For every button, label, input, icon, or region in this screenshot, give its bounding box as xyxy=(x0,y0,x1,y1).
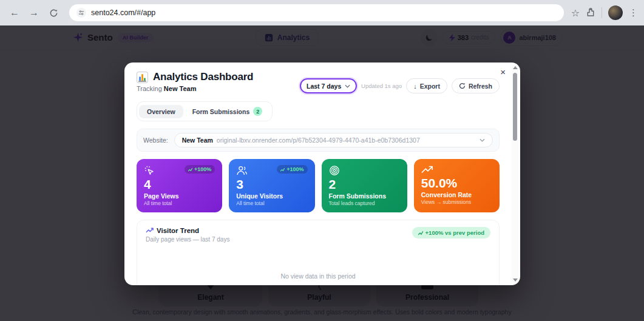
trend-line-icon xyxy=(146,228,154,234)
stat-value: 3 xyxy=(236,177,307,191)
scroll-up-arrow[interactable] xyxy=(512,64,518,71)
tab-form-submissions-label: Form Submissions xyxy=(192,108,250,115)
modal-title-block: Analytics Dashboard Tracking New Team xyxy=(137,71,253,92)
stat-card-unique-visitors: +100% 3 Unique Visitors All time total xyxy=(229,159,314,212)
refresh-button[interactable]: Refresh xyxy=(452,78,500,93)
target-icon xyxy=(329,165,340,176)
trend-up-icon xyxy=(418,231,423,235)
toolbar-right: ☆ ⋮ xyxy=(571,5,638,20)
tab-overview-label: Overview xyxy=(147,108,175,115)
trend-change-badge: +100% vs prev period xyxy=(412,227,490,238)
site-info-icon[interactable] xyxy=(76,8,86,18)
website-label: Website: xyxy=(143,137,168,144)
browser-toolbar: ← → sento24.com/#/app ☆ ⋮ xyxy=(0,0,644,25)
stat-value: 50.0% xyxy=(421,176,492,190)
cursor-click-icon xyxy=(144,165,155,176)
back-button[interactable]: ← xyxy=(6,4,23,21)
date-range-value: Last 7 days xyxy=(307,83,341,90)
stat-change-badge: +100% xyxy=(185,165,215,174)
stat-value: 4 xyxy=(144,177,215,191)
refresh-label: Refresh xyxy=(469,83,492,90)
stat-card-conversion-rate: 50.0% Conversion Rate Views → submission… xyxy=(414,159,500,212)
modal-title: Analytics Dashboard xyxy=(153,71,253,83)
team-name: New Team xyxy=(164,85,197,92)
close-icon[interactable]: × xyxy=(500,67,506,76)
browser-menu-icon[interactable]: ⋮ xyxy=(629,7,638,18)
stat-sublabel: Views → submissions xyxy=(421,199,492,205)
tab-overview[interactable]: Overview xyxy=(139,105,183,118)
tab-count-badge: 2 xyxy=(253,107,262,116)
stat-sublabel: Total leads captured xyxy=(329,200,400,206)
refresh-icon xyxy=(459,83,466,89)
stat-card-page-views: +100% 4 Page Views All time total xyxy=(137,159,222,212)
stat-sublabel: All time total xyxy=(144,200,215,206)
visitor-trend-card: Visitor Trend Daily page views — last 7 … xyxy=(137,220,500,285)
date-range-select[interactable]: Last 7 days xyxy=(300,78,357,93)
bookmark-star-icon[interactable]: ☆ xyxy=(571,7,580,19)
trend-title-block: Visitor Trend Daily page views — last 7 … xyxy=(146,227,229,243)
stat-label: Form Submissions xyxy=(329,192,400,200)
scroll-down-arrow[interactable] xyxy=(512,277,518,283)
screen: ← → sento24.com/#/app ☆ ⋮ Sento AI xyxy=(0,0,644,321)
modal-tabs: Overview Form Submissions 2 xyxy=(137,101,273,121)
tab-form-submissions[interactable]: Form Submissions 2 xyxy=(185,104,271,119)
users-icon xyxy=(236,165,248,176)
reload-button[interactable] xyxy=(45,4,62,21)
trend-up-icon xyxy=(280,167,285,172)
modal-subtitle: Tracking New Team xyxy=(137,85,253,92)
stat-label: Unique Visitors xyxy=(236,192,307,200)
address-bar[interactable]: sento24.com/#/app xyxy=(69,4,564,21)
analytics-dashboard-modal: × Analytics Dashboard Tracking New Team … xyxy=(124,63,520,285)
modal-controls: Last 7 days Updated 1s ago ↓ Export Refr… xyxy=(300,78,500,93)
updated-timestamp: Updated 1s ago xyxy=(361,83,402,89)
website-name: New Team xyxy=(182,137,213,144)
stat-card-form-submissions: 2 Form Submissions Total leads captured xyxy=(322,159,407,212)
stat-label: Page Views xyxy=(144,192,215,200)
website-select[interactable]: New Team original-lbxv.onrender.com/p/67… xyxy=(174,133,493,147)
website-bar: Website: New Team original-lbxv.onrender… xyxy=(137,129,500,152)
scrollbar-thumb[interactable] xyxy=(513,73,517,141)
trending-up-icon xyxy=(421,165,433,175)
stat-sublabel: All time total xyxy=(236,200,307,206)
chevron-down-icon xyxy=(480,138,485,142)
stats-grid: +100% 4 Page Views All time total +100% … xyxy=(137,159,500,212)
extensions-icon[interactable] xyxy=(586,8,595,18)
forward-button[interactable]: → xyxy=(25,4,42,21)
tracking-prefix: Tracking xyxy=(137,85,162,92)
export-button[interactable]: ↓ Export xyxy=(406,78,447,93)
stat-label: Conversion Rate xyxy=(421,191,492,198)
trend-up-icon xyxy=(188,167,192,172)
trend-title: Visitor Trend xyxy=(157,227,199,234)
download-arrow-icon: ↓ xyxy=(413,83,417,90)
reload-icon xyxy=(49,8,58,18)
trend-subtitle: Daily page views — last 7 days xyxy=(146,236,229,243)
stat-value: 2 xyxy=(329,177,400,191)
chevron-down-icon xyxy=(345,84,350,88)
toolbar-divider xyxy=(602,7,602,18)
modal-scrollbar[interactable] xyxy=(512,64,518,283)
modal-header: Analytics Dashboard Tracking New Team La… xyxy=(137,71,500,93)
chart-emoji-icon xyxy=(137,72,148,83)
export-label: Export xyxy=(420,83,440,90)
url-text: sento24.com/#/app xyxy=(91,8,155,17)
stat-change-badge: +100% xyxy=(277,165,307,174)
empty-state-text: No view data in this period xyxy=(137,272,499,280)
browser-profile-avatar[interactable] xyxy=(608,5,623,20)
website-url: original-lbxv.onrender.com/p/67b52304-49… xyxy=(217,137,476,144)
